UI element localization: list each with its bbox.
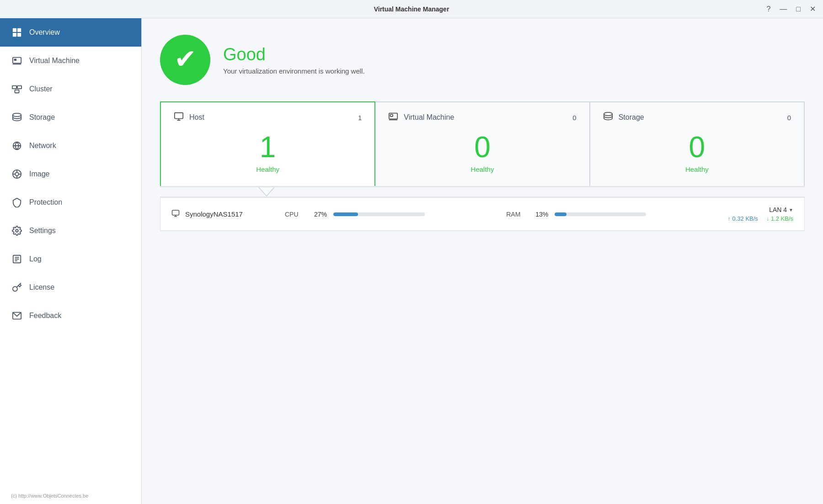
lan-label: LAN 4 xyxy=(769,206,787,213)
vm-card-number: 0 xyxy=(388,133,576,162)
host-card-number: 1 xyxy=(174,133,362,162)
ram-label: RAM xyxy=(506,211,523,218)
storage-card[interactable]: Storage 0 0 Healthy xyxy=(590,101,805,186)
sidebar-item-feedback[interactable]: Feedback xyxy=(0,302,141,330)
cpu-progress-bg xyxy=(333,212,425,216)
main-content: ✔ Good Your virtualization environment i… xyxy=(142,18,823,504)
sidebar-item-cluster[interactable]: Cluster xyxy=(0,75,141,103)
minimize-button[interactable]: — xyxy=(780,5,787,13)
host-card-title: Host xyxy=(189,113,204,122)
host-name-group: SynologyNAS1517 xyxy=(171,209,272,219)
host-card-header-left: Host xyxy=(174,111,204,123)
cards-section: Host 1 1 Healthy Virtual Machine 0 xyxy=(160,101,805,187)
sidebar-item-protection[interactable]: Protection xyxy=(0,188,141,217)
storage-icon xyxy=(11,111,23,123)
sidebar-item-log[interactable]: Log xyxy=(0,245,141,273)
sidebar-label-log: Log xyxy=(29,255,42,263)
svg-rect-3 xyxy=(17,33,21,37)
svg-rect-1 xyxy=(17,28,21,32)
lan-dropdown-icon[interactable]: ▼ xyxy=(789,207,793,212)
svg-rect-23 xyxy=(175,113,183,119)
sidebar: Overview Virtual Machine Cluster Storage xyxy=(0,18,142,504)
settings-icon xyxy=(11,225,23,237)
svg-rect-9 xyxy=(15,90,19,93)
host-row-icon xyxy=(171,209,180,219)
sidebar-label-network: Network xyxy=(29,142,56,150)
maximize-button[interactable]: □ xyxy=(796,5,801,13)
sidebar-label-cluster: Cluster xyxy=(29,85,53,93)
host-card[interactable]: Host 1 1 Healthy xyxy=(160,101,375,186)
network-icon xyxy=(11,140,23,152)
download-speed: ↓ 1.2 KB/s xyxy=(766,215,793,222)
host-card-status: Healthy xyxy=(174,165,362,173)
sidebar-item-network[interactable]: Network xyxy=(0,132,141,160)
close-button[interactable]: ✕ xyxy=(810,5,816,13)
upload-speed: ↑ 0.32 KB/s xyxy=(728,215,758,222)
titlebar: Virtual Machine Manager ? — □ ✕ xyxy=(0,0,823,18)
svg-point-17 xyxy=(16,229,18,232)
svg-rect-0 xyxy=(13,28,16,32)
app-body: Overview Virtual Machine Cluster Storage xyxy=(0,18,823,504)
vm-card[interactable]: Virtual Machine 0 0 Healthy xyxy=(375,101,590,186)
download-arrow-icon: ↓ xyxy=(766,216,769,222)
sidebar-label-settings: Settings xyxy=(29,227,56,235)
svg-rect-30 xyxy=(172,210,179,215)
cpu-value: 27% xyxy=(308,211,327,218)
sidebar-label-protection: Protection xyxy=(29,198,62,207)
vm-card-title: Virtual Machine xyxy=(404,113,454,122)
sidebar-label-storage: Storage xyxy=(29,113,55,122)
app-title: Virtual Machine Manager xyxy=(374,5,449,13)
status-title: Good xyxy=(223,45,365,64)
sidebar-label-overview: Overview xyxy=(29,28,60,37)
svg-point-29 xyxy=(604,112,612,116)
storage-card-header-left: Storage xyxy=(603,111,644,123)
upload-arrow-icon: ↑ xyxy=(728,216,731,222)
sidebar-label-virtual-machine: Virtual Machine xyxy=(29,57,80,65)
status-icon: ✔ xyxy=(160,35,210,85)
storage-card-number: 0 xyxy=(603,133,791,162)
host-row: SynologyNAS1517 CPU 27% RAM 13% xyxy=(160,198,804,231)
sidebar-item-license[interactable]: License xyxy=(0,273,141,302)
status-description: Your virtualization environment is worki… xyxy=(223,67,365,75)
sidebar-item-settings[interactable]: Settings xyxy=(0,217,141,245)
lan-speed-row: ↑ 0.32 KB/s ↓ 1.2 KB/s xyxy=(728,215,794,222)
vm-card-header: Virtual Machine 0 xyxy=(388,111,576,123)
cpu-metric: CPU 27% xyxy=(285,211,493,218)
upload-speed-value: 0.32 KB/s xyxy=(732,215,758,222)
ram-progress-fill xyxy=(555,212,566,216)
vm-card-count: 0 xyxy=(572,114,576,122)
host-card-icon xyxy=(174,111,184,123)
lan-section: LAN 4 ▼ ↑ 0.32 KB/s ↓ 1.2 KB/s xyxy=(728,206,794,222)
vm-card-status: Healthy xyxy=(388,165,576,173)
svg-rect-5 xyxy=(14,58,16,61)
svg-rect-8 xyxy=(17,86,21,89)
vm-card-header-left: Virtual Machine xyxy=(388,111,454,123)
cluster-icon xyxy=(11,83,23,95)
storage-card-icon xyxy=(603,111,613,123)
host-card-header: Host 1 xyxy=(174,111,362,123)
checkmark-icon: ✔ xyxy=(174,46,197,72)
sidebar-item-storage[interactable]: Storage xyxy=(0,103,141,132)
storage-card-header: Storage 0 xyxy=(603,111,791,123)
status-section: ✔ Good Your virtualization environment i… xyxy=(160,35,805,85)
virtual-machine-icon xyxy=(11,55,23,67)
download-speed-value: 1.2 KB/s xyxy=(771,215,793,222)
host-detail-section: SynologyNAS1517 CPU 27% RAM 13% xyxy=(160,196,805,231)
vm-card-icon xyxy=(388,111,398,123)
ram-value: 13% xyxy=(529,211,548,218)
help-button[interactable]: ? xyxy=(766,5,770,13)
sidebar-label-image: Image xyxy=(29,170,49,178)
sidebar-item-overview[interactable]: Overview xyxy=(0,18,141,47)
window-controls: ? — □ ✕ xyxy=(766,5,816,13)
sidebar-item-image[interactable]: Image xyxy=(0,160,141,188)
svg-point-12 xyxy=(15,172,18,175)
storage-card-status: Healthy xyxy=(603,165,791,173)
sidebar-label-license: License xyxy=(29,283,54,292)
sidebar-item-virtual-machine[interactable]: Virtual Machine xyxy=(0,47,141,75)
host-card-count: 1 xyxy=(358,114,362,122)
protection-icon xyxy=(11,196,23,208)
lan-header: LAN 4 ▼ xyxy=(769,206,793,213)
image-icon xyxy=(11,168,23,180)
storage-card-count: 0 xyxy=(787,114,791,122)
ram-progress-bg xyxy=(555,212,646,216)
